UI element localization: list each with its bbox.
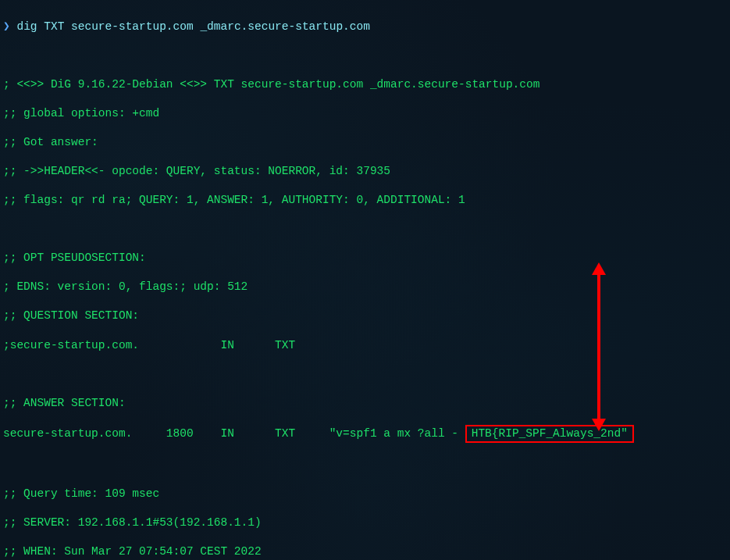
question-row-1: ;secure-startup.com. IN TXT [3, 338, 727, 353]
answer-title-1: ;; ANSWER SECTION: [3, 396, 727, 411]
got-answer-1: ;; Got answer: [3, 135, 727, 150]
header-line-1: ;; ->>HEADER<<- opcode: QUERY, status: N… [3, 164, 727, 179]
dig-banner: ; <<>> DiG 9.16.22-Debian <<>> TXT secur… [3, 77, 727, 92]
edns-line-1: ; EDNS: version: 0, flags:; udp: 512 [3, 280, 727, 294]
answer-pre-1: secure-startup.com. 1800 IN TXT "v=spf1 … [3, 427, 465, 440]
server-1: ;; SERVER: 192.168.1.1#53(192.168.1.1) [3, 515, 727, 530]
global-options: ;; global options: +cmd [3, 106, 727, 121]
command-text: dig TXT secure-startup.com _dmarc.secure… [16, 20, 369, 33]
terminal-output: ❯ dig TXT secure-startup.com _dmarc.secu… [3, 5, 727, 560]
question-title-1: ;; QUESTION SECTION: [3, 309, 727, 323]
answer-row-1: secure-startup.com. 1800 IN TXT "v=spf1 … [3, 425, 727, 443]
flag-highlight-1: HTB{RIP_SPF_Always_2nd" [465, 425, 634, 443]
query-time-1: ;; Query time: 109 msec [3, 487, 727, 501]
when-1: ;; WHEN: Sun Mar 27 07:54:07 CEST 2022 [3, 544, 727, 559]
flags-line-1: ;; flags: qr rd ra; QUERY: 1, ANSWER: 1,… [3, 193, 727, 208]
prompt-symbol: ❯ [3, 20, 10, 33]
prompt-line[interactable]: ❯ dig TXT secure-startup.com _dmarc.secu… [3, 20, 727, 34]
opt-title-1: ;; OPT PSEUDOSECTION: [3, 251, 727, 266]
